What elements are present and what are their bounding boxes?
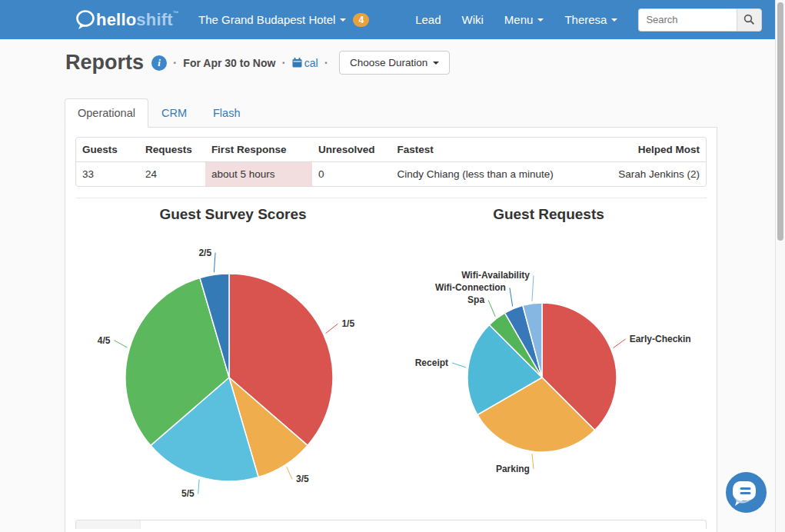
- column-header-fastest: Fastest: [391, 138, 604, 161]
- logo-text: helloshift™: [96, 10, 179, 30]
- guests-value: 33: [76, 161, 139, 186]
- separator-dot: ·: [281, 56, 285, 70]
- tab-crm[interactable]: CRM: [148, 98, 200, 128]
- summary-table: Guests Requests First Response Unresolve…: [75, 137, 707, 187]
- chevron-down-icon: [611, 18, 617, 22]
- pie-label: 3/5: [296, 474, 309, 484]
- calendar-icon: [292, 58, 302, 68]
- guest-requests-pie: Early-CheckinParkingReceiptSpaWifi-Conne…: [391, 226, 707, 512]
- pie-label: 1/5: [341, 318, 354, 329]
- guest-survey-scores-chart: Guest Survey Scores 1/53/55/54/52/5: [75, 198, 391, 512]
- date-range-label: For Apr 30 to Now: [183, 57, 275, 69]
- pie-label-connector: [613, 339, 625, 348]
- column-header-requests: Requests: [139, 138, 205, 161]
- pie-label-connector: [510, 288, 513, 306]
- pie-label-connector: [214, 253, 215, 273]
- unresolved-value: 0: [312, 161, 391, 186]
- tab-operational[interactable]: Operational: [65, 98, 148, 128]
- column-header-first-response: First Response: [205, 138, 312, 161]
- nav-wiki-link[interactable]: Wiki: [462, 13, 484, 26]
- pie-label-connector: [488, 300, 495, 316]
- choose-duration-button[interactable]: Choose Duration: [339, 51, 450, 75]
- separator-dot: ·: [324, 56, 328, 70]
- pie-label: Receipt: [415, 357, 448, 368]
- pie-label: 5/5: [181, 488, 195, 499]
- charts-row: Guest Survey Scores 1/53/55/54/52/5 Gues…: [75, 198, 707, 512]
- pie-label-connector: [452, 363, 466, 367]
- pie-label-connector: [287, 467, 292, 479]
- operational-tab-panel: Guests Requests First Response Unresolve…: [65, 128, 717, 532]
- speech-bubble-logo-icon: [75, 10, 96, 30]
- pie-label: Spa: [467, 294, 484, 305]
- info-icon[interactable]: i: [151, 55, 167, 71]
- vertical-scrollbar[interactable]: [775, 0, 785, 532]
- search-icon: [743, 14, 755, 25]
- pie-label: 4/5: [98, 335, 111, 346]
- fastest-value: Cindy Chiang (less than a minute): [391, 161, 604, 186]
- page-title: Reports: [65, 51, 144, 75]
- chat-widget-button[interactable]: [723, 470, 769, 515]
- nav-menu-dropdown[interactable]: Menu: [504, 13, 544, 26]
- top-navbar: helloshift™ The Grand Budapest Hotel 4 L…: [0, 0, 776, 39]
- next-table-partial: [75, 520, 707, 529]
- page-header: Reports i · For Apr 30 to Now · cal · Ch…: [65, 51, 450, 75]
- chevron-down-icon: [537, 18, 544, 22]
- pie-label: Parking: [496, 464, 530, 474]
- search-button[interactable]: [737, 8, 762, 32]
- helped-most-value: Sarah Jenkins (2): [605, 161, 706, 186]
- search-group: [638, 8, 762, 32]
- notification-badge: 4: [353, 13, 369, 27]
- pie-label: Wifi-Availability: [461, 270, 530, 281]
- pie-label: 2/5: [198, 248, 211, 258]
- table-header-row: Guests Requests First Response Unresolve…: [76, 138, 706, 161]
- pie-label-connector: [532, 275, 534, 301]
- hotel-name: The Grand Budapest Hotel: [198, 13, 335, 26]
- first-response-value: about 5 hours: [205, 161, 312, 186]
- nav-user-dropdown[interactable]: Theresa: [564, 13, 617, 26]
- tab-flash[interactable]: Flash: [200, 98, 253, 128]
- column-header-unresolved: Unresolved: [312, 138, 391, 161]
- chart-title: Guest Requests: [391, 206, 707, 226]
- requests-value: 24: [139, 161, 205, 186]
- chevron-down-icon: [433, 62, 439, 65]
- table-row: 33 24 about 5 hours 0 Cindy Chiang (less…: [76, 161, 706, 186]
- chat-bubble-icon: [723, 470, 769, 515]
- pie-label-connector: [198, 479, 199, 494]
- hotel-selector-dropdown[interactable]: The Grand Budapest Hotel: [198, 13, 346, 26]
- report-tabs: Operational CRM Flash: [65, 98, 717, 128]
- column-header-guests: Guests: [76, 138, 139, 161]
- pie-label-connector: [532, 454, 534, 469]
- pie-label: Early-Checkin: [630, 334, 691, 344]
- helloshift-logo[interactable]: helloshift™: [75, 10, 179, 30]
- guest-requests-chart: Guest Requests Early-CheckinParkingRecei…: [391, 198, 707, 512]
- calendar-link[interactable]: cal: [292, 57, 318, 69]
- guest-survey-pie: 1/53/55/54/52/5: [75, 226, 391, 512]
- nav-lead-link[interactable]: Lead: [415, 13, 441, 26]
- scrollbar-thumb[interactable]: [777, 2, 783, 241]
- top-nav-links: Lead Wiki Menu Theresa: [415, 8, 762, 32]
- chevron-down-icon: [340, 18, 346, 22]
- separator-dot: ·: [173, 56, 177, 70]
- pie-label-connector: [115, 341, 128, 347]
- search-input[interactable]: [638, 8, 737, 32]
- pie-label: Wifi-Connection: [435, 282, 506, 293]
- column-header-helped-most: Helped Most: [605, 138, 706, 161]
- chart-title: Guest Survey Scores: [75, 206, 391, 226]
- next-table-header-cell: [76, 520, 141, 529]
- pie-label-connector: [326, 324, 338, 334]
